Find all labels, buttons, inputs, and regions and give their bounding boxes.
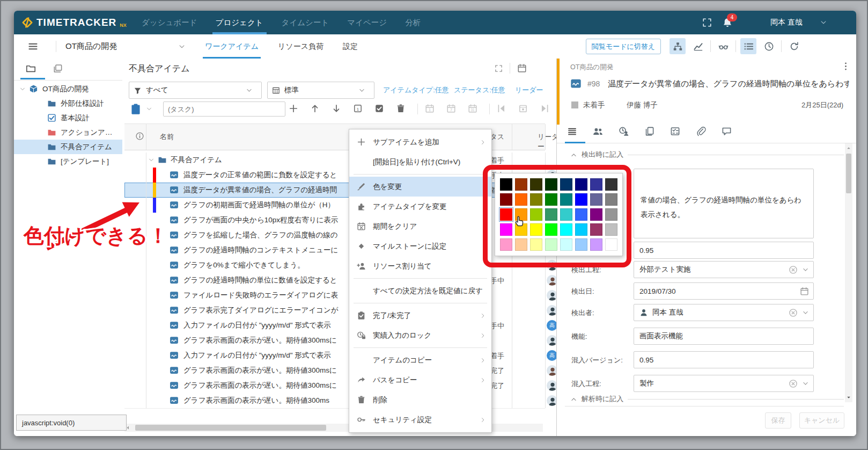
more-options-icon[interactable]: [841, 62, 850, 71]
cancel-button[interactable]: キャンセル: [799, 412, 844, 429]
detail-scrollbar[interactable]: [845, 143, 852, 402]
line-chart-button[interactable]: [690, 38, 706, 54]
menu-item-1[interactable]: [開始日]を貼り付け(Ctrl+V): [349, 152, 491, 172]
section-analyze[interactable]: 解析時に記入: [570, 394, 844, 404]
scroll-up-icon[interactable]: [847, 146, 851, 150]
chevron-down-icon[interactable]: [802, 266, 809, 273]
copy-tab[interactable]: [642, 124, 656, 138]
refresh-button[interactable]: [786, 38, 802, 54]
sidebar-item-5[interactable]: [テンプレート]: [14, 154, 122, 169]
project-chevron-icon[interactable]: [178, 43, 186, 50]
clock-button[interactable]: [761, 38, 777, 54]
item-status[interactable]: 未着手: [583, 100, 605, 110]
nav-last-button[interactable]: [540, 104, 550, 114]
tab-0[interactable]: ワークアイテム: [205, 34, 259, 59]
tab-2[interactable]: 設定: [343, 34, 358, 59]
sidebar-item-3[interactable]: アクションア…: [14, 125, 122, 140]
menu-item-17[interactable]: セキュリティ設定: [349, 410, 491, 430]
paperclip-tab[interactable]: [694, 124, 708, 138]
field-2[interactable]: 岡本 直哉: [634, 304, 814, 321]
nav-item-2[interactable]: タイムシート: [282, 11, 329, 34]
arrow-up-button[interactable]: [310, 104, 321, 114]
new-item-input[interactable]: [163, 101, 285, 117]
nav-item-0[interactable]: ダッシュボード: [142, 11, 197, 34]
nav-item-4[interactable]: 分析: [405, 11, 421, 34]
scrollbar-thumb[interactable]: [846, 154, 851, 193]
plus-button[interactable]: [289, 104, 299, 114]
expand-chevron-icon[interactable]: [148, 157, 155, 163]
sidebar-item-0[interactable]: OT商品の開発: [14, 82, 122, 96]
list-button[interactable]: [740, 38, 756, 54]
cal-31-button[interactable]: 31: [468, 104, 479, 114]
clear-icon[interactable]: [789, 265, 798, 274]
glasses-button[interactable]: [715, 38, 731, 54]
project-selector[interactable]: OT商品の開発: [65, 41, 117, 52]
field-5[interactable]: 製作: [634, 375, 814, 392]
menu-item-7[interactable]: リソース割り当て: [349, 256, 491, 276]
org-chart-button[interactable]: [670, 38, 686, 54]
column-name[interactable]: 名前: [160, 132, 174, 142]
menu-item-4[interactable]: アイテムタイプを変更: [349, 197, 491, 216]
check-done-button[interactable]: [374, 104, 385, 114]
arrow-down-button[interactable]: [332, 104, 342, 114]
column-leader[interactable]: リーダー: [538, 132, 556, 151]
view-mode-toggle-button[interactable]: 閲覧モードに切替え: [586, 39, 661, 54]
cal-1-button[interactable]: 1: [425, 104, 436, 114]
folder-item-button[interactable]: 1: [353, 104, 364, 114]
menu-item-5[interactable]: 期間をクリア: [349, 216, 491, 236]
clock-person-tab[interactable]: [616, 124, 630, 138]
app-logo[interactable]: TIMETRACKER NX: [21, 16, 127, 30]
field-0[interactable]: 外部テスト実施: [634, 261, 814, 278]
menu-item-16[interactable]: 削除: [349, 390, 491, 410]
people-tab[interactable]: [591, 124, 605, 138]
save-button[interactable]: 保存: [765, 412, 791, 429]
menu-item-3[interactable]: 色を変更: [349, 177, 491, 197]
menu-item-12[interactable]: 実績入力のロック: [349, 325, 491, 345]
section-detect[interactable]: 検出時に記入: [570, 150, 844, 159]
scroll-down-icon[interactable]: [847, 395, 851, 400]
filter-link-itemtype[interactable]: アイテムタイプ:任意: [383, 85, 449, 95]
sidebar-item-1[interactable]: 外部仕様設計: [14, 96, 122, 111]
description-field[interactable]: 常値の場合、グラフの経過時間軸の単位をあらわ 表示される。: [634, 169, 814, 238]
field-1[interactable]: 2019/07/30: [634, 282, 814, 300]
folders-tab-icon[interactable]: [53, 63, 63, 74]
menu-icon[interactable]: [28, 41, 38, 52]
clear-icon[interactable]: [789, 308, 798, 317]
fullscreen-icon[interactable]: [702, 18, 712, 27]
user-menu-chevron-icon[interactable]: [820, 19, 827, 26]
clear-icon[interactable]: [789, 379, 798, 388]
assignee-name[interactable]: 伊藤 博子: [627, 100, 658, 110]
version-field[interactable]: 0.95: [634, 242, 814, 259]
new-item-type-chevron-icon[interactable]: [146, 106, 152, 112]
menu-item-0[interactable]: サブアイテムを追加: [349, 132, 491, 152]
trash-button[interactable]: [396, 104, 407, 114]
nav-item-1[interactable]: プロジェクト: [216, 11, 263, 34]
menu-item-14[interactable]: アイテムのコピー: [349, 350, 491, 370]
view-dropdown[interactable]: 標準: [267, 82, 374, 99]
filter-dropdown[interactable]: すべて: [129, 82, 262, 99]
expand-panel-icon[interactable]: [495, 64, 503, 72]
field-4[interactable]: 0.95: [634, 351, 814, 368]
due-date[interactable]: 2月25日(22d): [771, 100, 843, 110]
nav-cal-button[interactable]: [518, 104, 529, 114]
detail-list-tab[interactable]: [565, 124, 579, 138]
new-item-type-icon[interactable]: [130, 102, 142, 116]
menu-item-15[interactable]: パスをコピー: [349, 370, 491, 390]
user-name[interactable]: 岡本 直哉: [770, 18, 803, 27]
menu-item-11[interactable]: 完了/未完了: [349, 306, 491, 325]
comment-tab[interactable]: [719, 124, 733, 138]
chevron-down-icon[interactable]: [802, 380, 809, 387]
nav-first-button[interactable]: [497, 104, 507, 114]
checklist-tab[interactable]: [668, 124, 682, 138]
nav-item-3[interactable]: マイページ: [347, 11, 387, 34]
tab-1[interactable]: リソース負荷: [278, 34, 323, 59]
calendar-view-icon[interactable]: [517, 63, 527, 73]
menu-item-6[interactable]: マイルストーンに設定: [349, 236, 491, 256]
field-3[interactable]: 画面表示機能: [634, 328, 814, 345]
sidebar-item-4[interactable]: 不具合アイテム: [14, 140, 122, 154]
sidebar-item-2[interactable]: 基本設計: [14, 111, 122, 125]
menu-item-9[interactable]: すべての決定方法を既定値に戻す: [349, 281, 491, 301]
chevron-down-icon[interactable]: [802, 309, 809, 316]
notifications-button[interactable]: 4: [722, 17, 733, 28]
filter-link-status[interactable]: ステータス:任意: [454, 85, 505, 95]
